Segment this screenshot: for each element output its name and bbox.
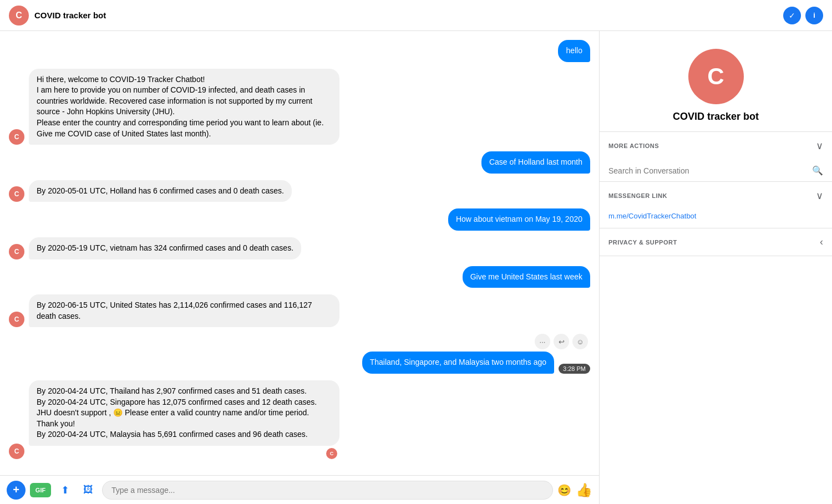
user-avatar-small: C — [326, 448, 337, 459]
check-icon: ✓ — [789, 11, 795, 20]
gif-button[interactable]: GIF — [30, 483, 51, 497]
add-button[interactable]: + — [7, 481, 26, 500]
bot-bubble: Hi there, welcome to COVID-19 Tracker Ch… — [29, 69, 339, 145]
panel-profile: C COVID tracker bot — [600, 31, 832, 132]
chat-area: hello C Hi there, welcome to COVID-19 Tr… — [0, 31, 599, 504]
bot-avatar: C — [9, 444, 24, 459]
messenger-link-title: MESSENGER LINK — [608, 192, 667, 199]
share-button[interactable]: ⬆ — [55, 481, 74, 500]
messenger-link-url[interactable]: m.me/CovidTrackerChatbot — [600, 210, 832, 228]
like-button[interactable]: 👍 — [576, 482, 592, 498]
bot-avatar: C — [9, 129, 24, 145]
bot-bubble: By 2020-05-19 UTC, vietnam has 324 confi… — [29, 237, 301, 259]
header-avatar-letter: C — [16, 11, 22, 21]
header: C COVID tracker bot ✓ i — [0, 0, 832, 31]
privacy-title: PRIVACY & SUPPORT — [608, 239, 677, 246]
panel-name: COVID tracker bot — [673, 111, 759, 123]
image-button[interactable]: 🖼 — [79, 481, 98, 500]
user-bubble: How about vietnam on May 19, 2020 — [448, 208, 590, 231]
bot-avatar: C — [9, 312, 24, 327]
bot-bubble: By 2020-05-01 UTC, Holland has 6 confirm… — [29, 180, 292, 202]
info-button[interactable]: i — [805, 7, 823, 24]
more-actions-title: MORE ACTIONS — [608, 142, 659, 149]
more-actions-section: MORE ACTIONS ∨ 🔍 — [600, 132, 832, 182]
message-row: C By 2020-06-15 UTC, United States has 2… — [9, 294, 590, 327]
more-actions-toggle-icon: ∨ — [816, 140, 823, 152]
main-layout: hello C Hi there, welcome to COVID-19 Tr… — [0, 31, 832, 504]
user-bubble: Give me United States last week — [463, 266, 590, 288]
message-row: hello — [9, 40, 590, 62]
message-row: C By 2020-04-24 UTC, Thailand has 2,907 … — [9, 380, 590, 459]
check-button[interactable]: ✓ — [783, 7, 801, 24]
privacy-header[interactable]: PRIVACY & SUPPORT ‹ — [600, 228, 832, 256]
message-row: C By 2020-05-19 UTC, vietnam has 324 con… — [9, 237, 590, 259]
reply-icon[interactable]: ↩ — [554, 334, 569, 349]
user-bubble: hello — [558, 40, 590, 62]
privacy-toggle-icon: ‹ — [820, 236, 823, 248]
bot-avatar: C — [9, 186, 24, 202]
messenger-link-toggle-icon: ∨ — [816, 190, 823, 202]
messenger-link-section: MESSENGER LINK ∨ m.me/CovidTrackerChatbo… — [600, 182, 832, 228]
message-input[interactable] — [102, 481, 553, 500]
message-row: Case of Holland last month — [9, 151, 590, 174]
privacy-section: PRIVACY & SUPPORT ‹ — [600, 228, 832, 256]
timestamp-badge: 3:28 PM — [559, 364, 590, 374]
info-icon: i — [813, 11, 815, 19]
bot-bubble: By 2020-06-15 UTC, United States has 2,1… — [29, 294, 339, 327]
hover-controls: ··· ↩ ☺ — [535, 334, 590, 349]
bot-bubble: By 2020-04-24 UTC, Thailand has 2,907 co… — [29, 380, 339, 446]
more-options-icon[interactable]: ··· — [535, 334, 550, 349]
header-title: COVID tracker bot — [34, 11, 783, 20]
search-conv-input[interactable] — [608, 166, 808, 175]
emoji-button[interactable]: 😊 — [557, 483, 571, 497]
message-group-user: ··· ↩ ☺ Thailand, Singapore, and Malaysi… — [9, 334, 590, 374]
header-actions: ✓ i — [783, 7, 823, 24]
messages-container[interactable]: hello C Hi there, welcome to COVID-19 Tr… — [0, 31, 599, 475]
header-avatar: C — [9, 6, 29, 26]
bot-avatar: C — [9, 244, 24, 259]
emoji-reaction-icon[interactable]: ☺ — [572, 334, 588, 349]
input-bar: + GIF ⬆ 🖼 😊 👍 — [0, 475, 599, 504]
panel-avatar-letter: C — [707, 63, 724, 90]
user-bubble: Case of Holland last month — [481, 151, 590, 174]
search-in-conversation: 🔍 — [600, 160, 832, 181]
message-row: C By 2020-05-01 UTC, Holland has 6 confi… — [9, 180, 590, 202]
message-row: How about vietnam on May 19, 2020 — [9, 208, 590, 231]
gif-label: GIF — [35, 487, 45, 493]
more-actions-header[interactable]: MORE ACTIONS ∨ — [600, 132, 832, 160]
panel-avatar: C — [688, 49, 744, 104]
user-bubble: Thailand, Singapore, and Malaysia two mo… — [362, 352, 554, 374]
message-row: Give me United States last week — [9, 266, 590, 288]
message-row: C Hi there, welcome to COVID-19 Tracker … — [9, 69, 590, 145]
search-icon[interactable]: 🔍 — [812, 165, 823, 176]
right-panel: C COVID tracker bot MORE ACTIONS ∨ 🔍 MES… — [599, 31, 832, 504]
messenger-link-header[interactable]: MESSENGER LINK ∨ — [600, 182, 832, 210]
